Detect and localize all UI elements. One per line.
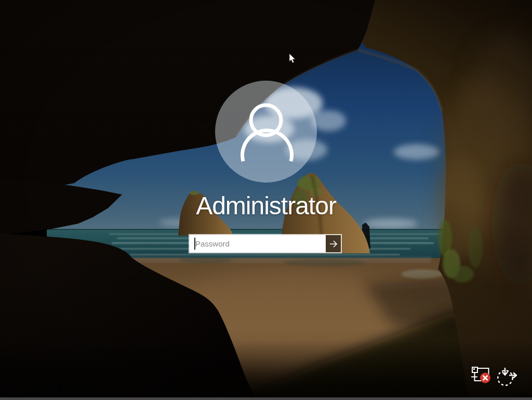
network-monitor-glyph [471,366,493,388]
arrow-right-icon [329,239,338,249]
network-disconnected-icon[interactable] [471,366,493,388]
windows-login-screen: Administrator [0,0,532,400]
avatar [215,81,317,183]
username-label: Administrator [0,191,532,220]
submit-button[interactable] [326,235,341,252]
ease-of-access-icon[interactable] [496,366,517,388]
password-form [189,234,342,253]
password-input[interactable] [190,235,326,252]
ease-of-access-glyph [496,366,517,388]
text-caret [194,238,195,250]
user-icon [215,81,317,183]
